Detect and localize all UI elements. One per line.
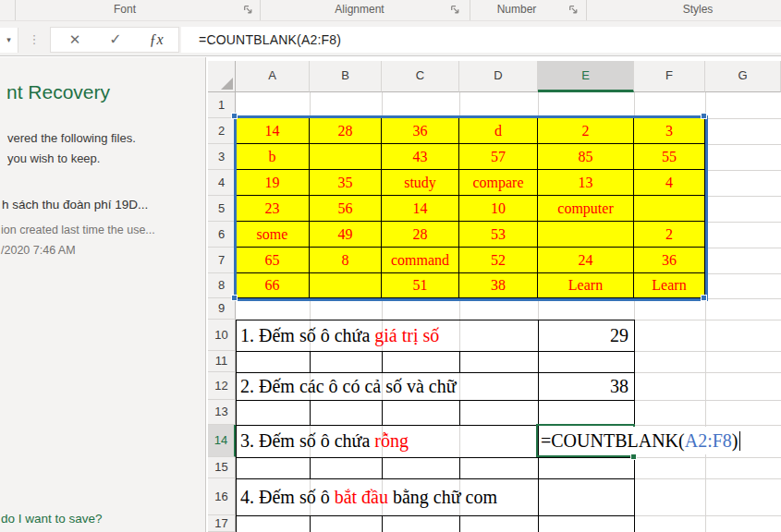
table-border	[459, 400, 460, 425]
name-box-dropdown-icon[interactable]: ▾	[6, 35, 11, 44]
row-header-10[interactable]: 10	[208, 320, 236, 351]
column-header-A[interactable]: A	[236, 61, 310, 92]
row-header-17[interactable]: 17	[208, 515, 236, 532]
number-dialog-launcher-icon[interactable]	[567, 3, 580, 16]
question-1-highlight: giá trị số	[374, 325, 439, 345]
row-header-2[interactable]: 2	[208, 118, 236, 144]
question-3-text: 3. Đếm số ô chứa	[240, 430, 374, 451]
table-border	[310, 351, 311, 372]
alignment-dialog-launcher-icon[interactable]	[449, 3, 462, 16]
question-4-cell[interactable]: 4. Đếm số ô bắt đầu bằng chữ com	[237, 478, 540, 515]
row-header-6[interactable]: 6	[208, 222, 236, 248]
row-header-12[interactable]: 12	[208, 372, 236, 400]
question-4-text: 4. Đếm số ô	[240, 487, 335, 507]
formula-range-reference: A2:F8	[685, 430, 732, 451]
question-4-highlight: bắt đầu	[335, 487, 388, 507]
question-2-cell[interactable]: 2. Đếm các ô có cả số và chữ	[237, 372, 540, 400]
table-border	[310, 515, 311, 532]
table-border	[382, 457, 383, 478]
range-handle-top-left[interactable]	[231, 113, 238, 119]
formula-text: =COUNTBLANK(A2:F8)	[181, 27, 781, 53]
range-handle-bottom-right[interactable]	[701, 295, 707, 301]
formula-bar: ▾ ⋮ ✕ ✓ ƒx =COUNTBLANK(A2:F8)	[0, 20, 781, 56]
question-2-text: 2. Đếm các ô có cả số và chữ	[240, 376, 457, 396]
enter-icon[interactable]: ✓	[97, 28, 134, 52]
column-header-D[interactable]: D	[459, 61, 538, 92]
ribbon-group-strip: Font Alignment Number Styles	[0, 0, 781, 20]
ribbon-group-styles: Styles	[683, 3, 714, 16]
table-border	[310, 457, 311, 478]
ribbon-separator	[15, 0, 16, 20]
font-dialog-launcher-icon[interactable]	[242, 3, 255, 16]
table-border	[459, 457, 460, 478]
column-header-F[interactable]: F	[634, 61, 705, 92]
panel-description-line: vered the following files.	[7, 131, 136, 145]
document-recovery-panel: nt Recovery vered the following files. y…	[0, 57, 206, 532]
text-cursor	[739, 431, 741, 451]
column-header-E[interactable]: E	[538, 61, 634, 92]
formula-bar-drag-handle[interactable]: ⋮	[28, 27, 41, 52]
answer-1-cell[interactable]: 29	[538, 320, 634, 351]
question-1-cell[interactable]: 1. Đếm số ô chứa giá trị số	[237, 320, 540, 351]
ribbon-separator	[586, 0, 587, 20]
table-border	[382, 515, 383, 532]
row-header-16[interactable]: 16	[208, 478, 236, 515]
table-border	[310, 400, 311, 425]
recovered-file-subtitle: ion created last time the use...	[1, 224, 155, 236]
row-header-11[interactable]: 11	[208, 351, 236, 372]
active-cell-fill-handle[interactable]	[630, 453, 637, 460]
formula-input[interactable]: =COUNTBLANK(A2:F8)	[181, 27, 781, 53]
answer-2-cell[interactable]: 38	[538, 372, 634, 400]
panel-title: nt Recovery	[6, 81, 110, 103]
row-header-4[interactable]: 4	[208, 170, 236, 196]
select-all-triangle-icon	[221, 78, 233, 90]
column-header-B[interactable]: B	[310, 61, 382, 92]
ribbon-group-font: Font	[114, 3, 136, 16]
ribbon-group-number: Number	[497, 3, 537, 16]
question-1-text: 1. Đếm số ô chứa	[240, 325, 374, 345]
range-handle-bottom-left[interactable]	[231, 295, 238, 301]
range-reference-border[interactable]	[234, 115, 708, 301]
ribbon-separator	[260, 0, 261, 20]
table-border	[459, 515, 460, 532]
excel-window: Font Alignment Number Styles ▾ ⋮ ✕ ✓ ƒx …	[0, 0, 781, 532]
table-border	[236, 400, 634, 401]
row-header-13[interactable]: 13	[208, 400, 236, 425]
row-header-9[interactable]: 9	[208, 298, 236, 320]
table-border	[236, 351, 634, 352]
table-border	[459, 351, 460, 372]
insert-function-icon[interactable]: ƒx	[138, 28, 175, 52]
table-border	[236, 515, 634, 516]
panel-description-line: you wish to keep.	[7, 151, 100, 165]
cell-edit-formula[interactable]: =COUNTBLANK(A2:F8)	[541, 426, 740, 455]
ribbon-group-alignment: Alignment	[335, 3, 384, 16]
select-all-corner[interactable]	[208, 61, 236, 92]
range-handle-top-right[interactable]	[701, 113, 707, 119]
recovered-file-name[interactable]: h sách thu đoàn phí 19D...	[2, 198, 148, 212]
table-border	[236, 457, 634, 458]
row-header-3[interactable]: 3	[208, 144, 236, 170]
question-3-cell[interactable]: 3. Đếm số ô chứa rỗng	[237, 425, 540, 457]
which-files-save-link[interactable]: do I want to save?	[1, 512, 103, 526]
table-border	[382, 400, 383, 425]
formula-bar-buttons: ✕ ✓ ƒx	[50, 27, 179, 53]
recovered-file-timestamp: /2020 7:46 AM	[1, 244, 76, 257]
ribbon-separator	[470, 0, 470, 20]
row-header-5[interactable]: 5	[208, 196, 236, 222]
row-header-7[interactable]: 7	[208, 248, 236, 273]
cancel-icon[interactable]: ✕	[56, 28, 93, 52]
row-header-15[interactable]: 15	[208, 457, 236, 478]
name-box[interactable]: ▾	[0, 28, 18, 53]
question-3-highlight: rỗng	[374, 430, 409, 451]
column-header-G[interactable]: G	[705, 61, 781, 92]
row-header-14[interactable]: 14	[208, 425, 236, 457]
column-header-C[interactable]: C	[382, 61, 459, 92]
table-border	[382, 351, 383, 372]
